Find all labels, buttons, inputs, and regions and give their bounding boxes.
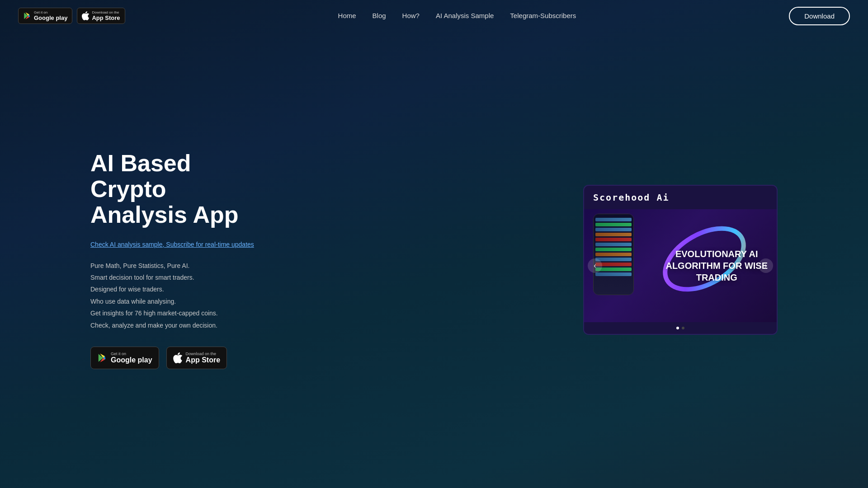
hero-appstore-line2: App Store [186,356,220,364]
apple-icon [82,11,89,20]
carousel-dots [584,322,777,334]
hero-appstore-line1: Download on the [186,352,220,356]
navbar: Get it on Google play Download on the Ap… [0,0,868,32]
nav-item-telegram[interactable]: Telegram-Subscribers [510,12,576,20]
nav-logo: Get it on Google play Download on the Ap… [18,8,125,24]
download-button[interactable]: Download [789,7,850,25]
phone-row-9 [595,258,632,261]
hero-gplay-line1: Get it on [111,352,152,356]
bullet-3: Designed for wise traders. [90,284,254,294]
bullet-4: Who use data while analysing. [90,296,254,306]
hero-title: AI Based Crypto Analysis App [90,150,254,228]
carousel-next-button[interactable]: › [759,258,773,273]
hero-section: AI Based Crypto Analysis App Check AI an… [0,0,868,488]
carousel-body: EVOLUTIONARY AIALGORITHM FOR WISETRADING… [584,209,777,322]
hero-left: AI Based Crypto Analysis App Check AI an… [90,150,254,369]
hero-right: Scorehood Ai [583,185,778,335]
bullet-1: Pure Math, Pure Statistics, Pure AI. [90,261,254,271]
nav-app-store-badge[interactable]: Download on the App Store [77,8,125,24]
carousel-wrapper: Scorehood Ai [583,185,778,335]
bullet-2: Smart decision tool for smart traders. [90,272,254,282]
hero-cta-link[interactable]: Check AI analysis sample, Subscribe for … [90,241,254,248]
hero-stores: Get it on Google play Download on the Ap… [90,347,254,369]
phone-row-4 [595,233,632,236]
phone-row-7 [595,248,632,251]
phone-row-1 [595,218,632,221]
nav-item-home[interactable]: Home [338,12,356,20]
nav-item-blog[interactable]: Blog [373,12,386,20]
nav-google-play-badge[interactable]: Get it on Google play [18,8,72,24]
phone-row-5 [595,238,632,241]
nav-links: Home Blog How? AI Analysis Sample Telegr… [338,12,576,20]
hero-app-store-badge[interactable]: Download on the App Store [166,347,227,369]
apple-icon-lg [173,352,182,363]
nav-item-ai-analysis[interactable]: AI Analysis Sample [436,12,494,20]
phone-row-3 [595,228,632,231]
phone-row-8 [595,253,632,256]
hero-content: AI Based Crypto Analysis App Check AI an… [0,32,868,488]
google-play-icon [23,11,31,20]
nav-item-how[interactable]: How? [402,12,420,20]
google-play-icon-lg [97,352,107,363]
carousel-header: Scorehood Ai [584,186,777,209]
carousel-dot-1[interactable] [676,327,679,329]
bullet-6: Check, analyze and make your own decisio… [90,320,254,330]
phone-row-12 [595,272,632,276]
hero-gplay-line2: Google play [111,356,152,364]
bullet-5: Get insights for 76 high market-capped c… [90,308,254,318]
nav-appstore-line2: App Store [92,14,120,21]
phone-row-6 [595,243,632,246]
phone-mockup [593,214,634,295]
carousel-text-overlay: EVOLUTIONARY AIALGORITHM FOR WISETRADING [665,248,768,283]
hero-google-play-badge[interactable]: Get it on Google play [90,347,159,369]
nav-gplay-line2: Google play [34,14,67,21]
phone-screen [594,214,633,295]
phone-row-2 [595,223,632,226]
nav-gplay-line1: Get it on [34,10,67,14]
carousel-dot-2[interactable] [682,327,684,329]
nav-appstore-line1: Download on the [92,10,120,14]
hero-bullets: Pure Math, Pure Statistics, Pure AI. Sma… [90,261,254,330]
carousel-slide-text: EVOLUTIONARY AIALGORITHM FOR WISETRADING [665,248,768,283]
carousel-prev-button[interactable]: ‹ [588,258,602,273]
